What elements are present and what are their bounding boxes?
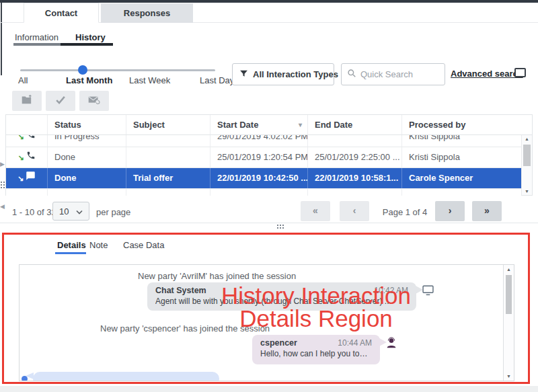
inbound-arrow-icon: ↘ bbox=[17, 135, 24, 141]
scroll-down-icon[interactable]: ▼ bbox=[504, 374, 514, 379]
phone-icon bbox=[26, 147, 36, 167]
next-page-button[interactable]: › bbox=[435, 201, 465, 221]
tab-details-label: Details bbox=[57, 240, 86, 250]
tab-contact[interactable]: Contact bbox=[24, 3, 99, 23]
message-text: Agent will be with you shortly (through … bbox=[155, 297, 408, 306]
chat-transcript: New party 'AvrilM' has joined the sessio… bbox=[19, 264, 514, 381]
page-size-value: 10 bbox=[59, 206, 69, 217]
scrollbar-thumb[interactable] bbox=[523, 145, 531, 166]
chat-vertical-scrollbar[interactable]: ▲ ▼ bbox=[503, 265, 514, 381]
time-range-slider-thumb[interactable] bbox=[78, 65, 87, 75]
chevron-down-icon bbox=[76, 206, 83, 217]
slider-label-last-day[interactable]: Last Day bbox=[200, 75, 234, 85]
table-row-empty bbox=[6, 189, 521, 196]
slider-label-all-text: All bbox=[18, 75, 28, 85]
tab-responses[interactable]: Responses bbox=[101, 3, 193, 23]
slider-label-all[interactable]: All bbox=[18, 75, 28, 85]
subtab-information-label: Information bbox=[15, 32, 59, 42]
advanced-search-link[interactable]: Advanced search bbox=[451, 69, 523, 79]
panel-edge-divider bbox=[1, 3, 2, 75]
party-dot-icon bbox=[22, 376, 28, 381]
inbound-arrow-icon: ↘ bbox=[17, 175, 24, 182]
last-page-button[interactable]: » bbox=[472, 201, 502, 221]
header-status[interactable]: Status bbox=[48, 115, 126, 134]
interaction-type-filter-button[interactable]: All Interaction Types bbox=[232, 63, 334, 85]
table-row[interactable]: ↘ Done 25/01/2019 1:20:54 PM 25/01/2019 … bbox=[6, 147, 521, 168]
tab-note-label: Note bbox=[89, 240, 108, 250]
header-type-column[interactable] bbox=[6, 115, 48, 134]
inbound-arrow-icon: ↘ bbox=[17, 154, 24, 161]
window-bottom-strip bbox=[0, 386, 538, 392]
quick-search-box[interactable] bbox=[341, 63, 445, 85]
cell-subject: Trial offer bbox=[133, 173, 173, 183]
per-page-label: per page bbox=[96, 207, 130, 217]
splitter-expand-right-icon[interactable]: ▶ bbox=[0, 161, 5, 167]
header-start-date[interactable]: Start Date▾ bbox=[210, 115, 308, 134]
header-subject-label: Subject bbox=[133, 120, 165, 130]
resend-email-button[interactable] bbox=[79, 91, 109, 111]
scrollbar-thumb[interactable] bbox=[506, 275, 512, 314]
horizontal-splitter-handle[interactable] bbox=[277, 225, 284, 229]
open-folder-arrow-icon bbox=[22, 95, 33, 108]
table-vertical-scrollbar[interactable]: ▲ ▼ bbox=[521, 135, 532, 195]
tab-details[interactable]: Details bbox=[57, 240, 86, 250]
header-processed-by[interactable]: Processed by bbox=[402, 115, 521, 134]
cell-processed-by: Kristi Sippola bbox=[409, 152, 460, 162]
subtab-information-underline bbox=[13, 43, 61, 46]
subtab-history[interactable]: History bbox=[75, 32, 106, 42]
cell-status: Done bbox=[54, 173, 77, 183]
cell-status: In Progress bbox=[54, 135, 99, 141]
page-size-select[interactable]: 10 bbox=[52, 202, 89, 221]
table-row[interactable]: ↘ In Progress 29/01/2019 4:02:02 PM Kris… bbox=[6, 135, 521, 147]
subtab-history-label: History bbox=[75, 32, 106, 42]
message-time: 10:44 AM bbox=[338, 338, 372, 348]
cell-status: Done bbox=[54, 152, 75, 162]
chat-message-partial bbox=[33, 372, 219, 381]
vertical-splitter-handle[interactable] bbox=[1, 182, 5, 188]
message-text: Hello, how can I help you today? bbox=[260, 349, 372, 358]
tab-note[interactable]: Note bbox=[89, 240, 108, 250]
interaction-type-filter-label: All Interaction Types bbox=[253, 69, 338, 79]
chat-message-system: Chat System 10:42 AM Agent will be with … bbox=[147, 282, 416, 311]
system-message: New party 'AvrilM' has joined the sessio… bbox=[138, 271, 296, 281]
subtab-information[interactable]: Information bbox=[15, 32, 59, 42]
scroll-up-icon[interactable]: ▲ bbox=[522, 136, 532, 141]
cell-start-date: 29/01/2019 4:02:02 PM bbox=[217, 135, 308, 141]
search-icon bbox=[347, 69, 356, 81]
cell-start-date: 22/01/2019 10:42:50 ... bbox=[217, 173, 308, 183]
sort-desc-icon[interactable]: ▾ bbox=[299, 115, 302, 134]
cell-processed-by: Carole Spencer bbox=[409, 173, 473, 183]
slider-label-last-month[interactable]: Last Month bbox=[66, 75, 112, 85]
header-subject[interactable]: Subject bbox=[126, 115, 210, 134]
tab-case-data[interactable]: Case Data bbox=[123, 240, 164, 250]
cell-start-date: 25/01/2019 1:20:54 PM bbox=[217, 152, 308, 162]
pagination-range: 1 - 10 of 32 bbox=[12, 207, 56, 217]
header-end-date[interactable]: End Date bbox=[308, 115, 402, 134]
mark-done-button[interactable] bbox=[46, 91, 75, 111]
check-icon bbox=[55, 95, 66, 107]
pull-interaction-button[interactable] bbox=[12, 91, 42, 111]
agent-icon bbox=[386, 337, 397, 352]
header-processed-by-label: Processed by bbox=[409, 120, 466, 130]
table-row-selected[interactable]: ↘ Done Trial offer 22/01/2019 10:42:50 .… bbox=[6, 168, 521, 189]
filter-funnel-icon bbox=[239, 69, 248, 81]
first-page-button[interactable]: « bbox=[301, 201, 330, 221]
header-start-date-label: Start Date bbox=[217, 120, 258, 130]
subtab-history-underline bbox=[61, 43, 113, 46]
message-sender: cspencer bbox=[260, 338, 297, 348]
tab-details-underline bbox=[55, 252, 86, 254]
envelope-refresh-icon bbox=[88, 95, 100, 108]
splitter-collapse-left-icon[interactable]: ◀ bbox=[0, 204, 5, 210]
panel-splitter-line bbox=[0, 223, 538, 223]
message-time: 10:42 AM bbox=[374, 286, 408, 295]
time-range-slider-track[interactable] bbox=[20, 69, 215, 71]
header-end-date-label: End Date bbox=[315, 120, 352, 130]
tab-responses-label: Responses bbox=[124, 8, 170, 18]
slider-label-last-week-text: Last Week bbox=[129, 75, 170, 85]
expand-view-icon[interactable] bbox=[514, 68, 526, 77]
slider-label-last-week[interactable]: Last Week bbox=[129, 75, 170, 85]
prev-page-button[interactable]: ‹ bbox=[340, 201, 369, 221]
scroll-up-icon[interactable]: ▲ bbox=[504, 267, 514, 272]
quick-search-input[interactable] bbox=[360, 69, 434, 79]
scroll-down-icon[interactable]: ▼ bbox=[522, 189, 532, 194]
